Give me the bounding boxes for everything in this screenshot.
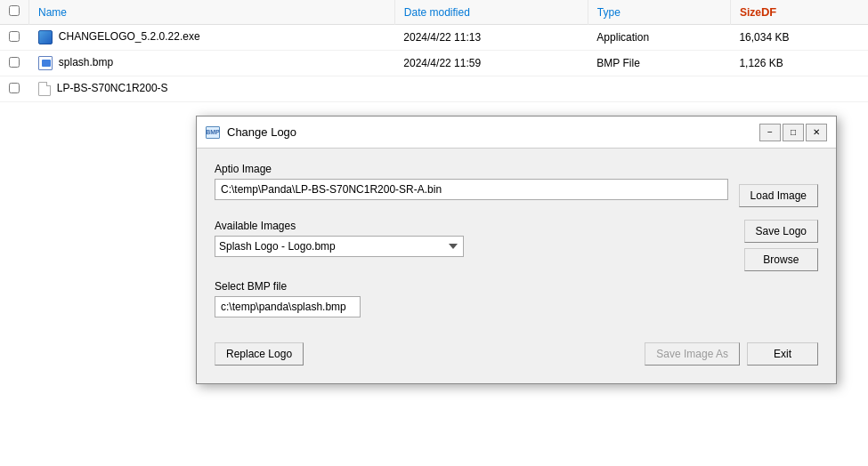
available-images-left: Available Images Splash Logo - Logo.bmp [215, 220, 734, 257]
file-name-txt: LP-BS-S70NC1R200-S [29, 76, 395, 102]
exe-icon [38, 30, 53, 44]
file-size-bmp: 1,126 KB [730, 51, 868, 76]
close-button[interactable]: ✕ [806, 124, 827, 141]
save-image-as-button[interactable]: Save Image As [645, 342, 740, 366]
select-bmp-right [807, 280, 818, 325]
maximize-button[interactable]: □ [783, 124, 804, 141]
file-type-txt [588, 76, 730, 102]
dialog-app-icon: BMP [206, 126, 220, 139]
dialog-body: Aptio Image Load Image Available Images … [197, 149, 836, 383]
bmp-icon [38, 56, 53, 70]
col-size: SizeDF [730, 0, 868, 25]
dialog-titlebar: BMP Change Logo − □ ✕ [197, 116, 836, 149]
file-name-exe: CHANGELOGO_5.2.0.22.exe [29, 25, 395, 51]
table-row[interactable]: splash.bmp 2024/4/22 11:59 BMP File 1,12… [0, 51, 868, 76]
aptio-image-path-input[interactable] [215, 179, 728, 200]
bottom-right-buttons: Save Image As Exit [645, 342, 818, 366]
file-date-exe: 2024/4/22 11:13 [394, 25, 588, 51]
txt-icon [38, 82, 51, 96]
aptio-image-label: Aptio Image [215, 163, 728, 175]
minimize-button[interactable]: − [759, 124, 781, 141]
available-images-label: Available Images [215, 220, 734, 232]
replace-logo-button[interactable]: Replace Logo [215, 342, 304, 366]
select-bmp-section: Select BMP file [215, 280, 818, 325]
available-images-right: Save Logo Browse [734, 220, 818, 271]
file-name-bmp: splash.bmp [29, 51, 395, 76]
exit-button[interactable]: Exit [747, 342, 818, 366]
file-date-bmp: 2024/4/22 11:59 [394, 51, 588, 76]
save-logo-button[interactable]: Save Logo [744, 220, 818, 243]
dialog-title: Change Logo [227, 125, 296, 139]
change-logo-dialog: BMP Change Logo − □ ✕ Aptio Image Load I… [196, 116, 837, 384]
file-size-exe: 16,034 KB [730, 25, 868, 51]
select-bmp-label: Select BMP file [215, 280, 807, 293]
row-checkbox[interactable] [0, 25, 29, 51]
row-checkbox[interactable] [0, 51, 29, 76]
select-all-checkbox[interactable] [0, 0, 29, 25]
file-type-bmp: BMP File [588, 51, 730, 76]
available-images-section: Available Images Splash Logo - Logo.bmp … [215, 220, 818, 271]
bottom-row: Replace Logo Save Image As Exit [215, 342, 818, 366]
aptio-image-left: Aptio Image [215, 163, 728, 200]
file-table: Name Date modified Type SizeDF CHANGELOG… [0, 0, 868, 102]
table-row[interactable]: LP-BS-S70NC1R200-S [0, 76, 868, 102]
file-type-exe: Application [588, 25, 730, 51]
col-date-modified[interactable]: Date modified [394, 0, 588, 25]
row-checkbox[interactable] [0, 76, 29, 102]
titlebar-left: BMP Change Logo [206, 125, 296, 139]
bmp-path-input[interactable] [215, 296, 361, 317]
col-name[interactable]: Name [29, 0, 395, 25]
file-size-txt [730, 76, 868, 102]
available-images-dropdown[interactable]: Splash Logo - Logo.bmp [215, 236, 464, 257]
table-row[interactable]: CHANGELOGO_5.2.0.22.exe 2024/4/22 11:13 … [0, 25, 868, 51]
browse-button[interactable]: Browse [744, 248, 818, 271]
select-bmp-left: Select BMP file [215, 280, 807, 317]
aptio-image-section: Aptio Image Load Image [215, 163, 818, 207]
file-date-txt [394, 76, 588, 102]
col-type[interactable]: Type [588, 0, 730, 25]
load-image-button[interactable]: Load Image [739, 184, 818, 207]
titlebar-controls: − □ ✕ [759, 124, 827, 141]
aptio-image-right: Load Image [728, 163, 818, 207]
